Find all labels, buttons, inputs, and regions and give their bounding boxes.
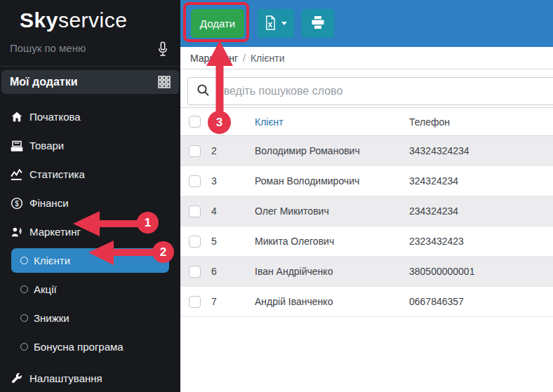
- sidebar-subitem-label: Бонусна програма: [34, 341, 124, 353]
- row-checkbox[interactable]: [189, 145, 201, 157]
- apps-grid-icon[interactable]: [158, 76, 171, 88]
- cell-id: 5: [211, 227, 255, 257]
- products-icon: [10, 139, 23, 152]
- cell-id: 3: [211, 166, 255, 196]
- sidebar-subitem-bonus-program[interactable]: Бонусна програма: [0, 332, 180, 361]
- cell-phone: 324324234: [409, 166, 553, 196]
- circle-bullet-icon: [20, 285, 28, 293]
- chevron-down-icon: [281, 22, 287, 25]
- cell-client: Микита Олегович: [255, 227, 409, 257]
- breadcrumb-current[interactable]: Клієнти: [251, 53, 285, 64]
- cell-client: Олег Микитович: [255, 196, 409, 227]
- sidebar-divider: [0, 66, 180, 67]
- circle-bullet-icon: [20, 343, 28, 351]
- cell-id: 2: [211, 136, 255, 166]
- cell-phone: 380500000001: [409, 257, 553, 287]
- cell-id: 7: [211, 287, 255, 317]
- annotation-step-badge-1: 1: [137, 212, 159, 234]
- cell-id: 4: [211, 196, 255, 227]
- table-row[interactable]: 4 Олег Микитович 234324234: [180, 196, 553, 227]
- cell-client: Іван Андрійченко: [255, 257, 409, 287]
- sidebar-subitem-label: Знижки: [34, 312, 69, 324]
- clients-table: ID Клієнт Телефон 2 Володимир Романович …: [180, 107, 553, 317]
- statistics-icon: [10, 168, 23, 181]
- marketing-icon: [10, 225, 23, 238]
- sidebar-item-home[interactable]: Початкова: [0, 102, 180, 131]
- sidebar-item-label: Початкова: [29, 111, 81, 123]
- cell-client: Володимир Романович: [255, 136, 409, 166]
- table-row[interactable]: 3 Роман Володимирочич 324324234: [180, 166, 553, 196]
- table-row[interactable]: 7 Андрій Іванченко 0667846357: [180, 287, 553, 317]
- app-logo: Skyservice: [0, 0, 180, 32]
- sidebar-subitem-promotions[interactable]: Акції: [0, 275, 180, 304]
- annotation-step-badge-2: 2: [152, 241, 174, 263]
- home-icon: [10, 110, 23, 123]
- sidebar-item-label: Фінанси: [29, 197, 69, 209]
- circle-bullet-icon: [20, 257, 28, 264]
- cell-phone: 34324324234: [409, 136, 553, 166]
- main-content: Додати: [180, 0, 553, 392]
- svg-text:$: $: [15, 199, 19, 207]
- my-apps-label: Мої додатки: [10, 76, 78, 88]
- select-all-checkbox[interactable]: [189, 116, 201, 128]
- sidebar: Skyservice Мої додатки: [0, 0, 180, 392]
- badge-number: 2: [160, 245, 166, 259]
- my-apps-bar[interactable]: Мої додатки: [1, 70, 179, 94]
- badge-number: 1: [145, 216, 151, 230]
- menu-search-input[interactable]: [10, 42, 150, 54]
- breadcrumb: Маркетинг / Клієнти: [180, 47, 553, 69]
- cell-client: Роман Володимирочич: [255, 166, 409, 196]
- print-button[interactable]: [302, 9, 334, 38]
- excel-export-button[interactable]: [258, 9, 294, 38]
- sidebar-item-products[interactable]: Товари: [0, 131, 180, 160]
- column-header-phone: Телефон: [409, 108, 553, 136]
- table-search-box: [187, 77, 553, 105]
- cell-phone: 2323432423: [409, 227, 553, 257]
- sidebar-subitem-label: Клієнти: [34, 255, 70, 266]
- row-checkbox[interactable]: [189, 266, 201, 278]
- row-checkbox[interactable]: [189, 296, 201, 308]
- table-row[interactable]: 6 Іван Андрійченко 380500000001: [180, 257, 553, 287]
- table-header-row: ID Клієнт Телефон: [180, 108, 553, 136]
- annotation-step-badge-3: 3: [208, 111, 231, 134]
- sidebar-item-label: Статистика: [29, 168, 85, 180]
- breadcrumb-separator: /: [243, 53, 246, 64]
- badge-number: 3: [216, 116, 222, 130]
- table-row[interactable]: 5 Микита Олегович 2323432423: [180, 227, 553, 257]
- sidebar-item-settings[interactable]: Налаштування: [0, 364, 180, 392]
- sidebar-item-label: Товари: [29, 140, 64, 151]
- annotation-arrow-2: [88, 239, 160, 267]
- settings-wrench-icon: [10, 372, 23, 385]
- sidebar-subitem-discounts[interactable]: Знижки: [0, 304, 180, 332]
- menu-search: [10, 42, 171, 59]
- sidebar-item-label: Налаштування: [29, 372, 102, 384]
- cell-phone: 0667846357: [409, 287, 553, 317]
- cell-phone: 234324234: [409, 196, 553, 227]
- table-row[interactable]: 2 Володимир Романович 34324324234: [180, 136, 553, 166]
- row-checkbox[interactable]: [189, 175, 201, 187]
- logo-text-light: service: [58, 8, 128, 32]
- column-header-client[interactable]: Клієнт: [255, 108, 409, 136]
- microphone-icon[interactable]: [156, 41, 169, 60]
- app-window: Skyservice Мої додатки: [0, 0, 553, 392]
- annotation-highlight-box: [183, 2, 249, 42]
- clients-table-body: 2 Володимир Романович 34324324234 3 Рома…: [180, 136, 553, 317]
- search-input[interactable]: [216, 85, 553, 97]
- cell-id: 6: [211, 257, 255, 287]
- sidebar-item-statistics[interactable]: Статистика: [0, 160, 180, 189]
- row-checkbox[interactable]: [189, 205, 201, 217]
- cell-client: Андрій Іванченко: [255, 287, 409, 317]
- sidebar-subitem-label: Акції: [34, 283, 57, 295]
- finance-icon: $: [10, 196, 23, 210]
- printer-icon: [311, 16, 325, 31]
- row-checkbox[interactable]: [189, 236, 201, 248]
- logo-text-bold: Sky: [20, 8, 58, 32]
- circle-bullet-icon: [20, 314, 28, 322]
- excel-file-icon: [265, 15, 276, 32]
